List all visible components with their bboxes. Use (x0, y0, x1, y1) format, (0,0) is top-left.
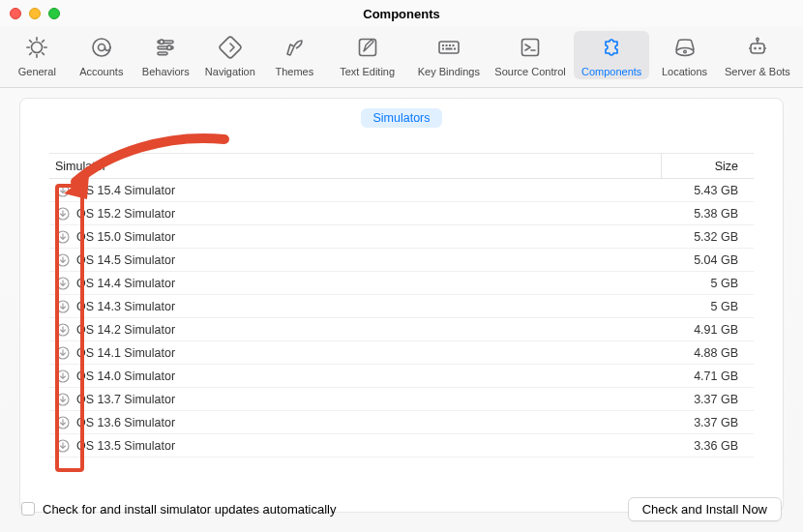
toolbar-tab-label: Key Bindings (418, 66, 480, 77)
text-editing-icon (355, 35, 380, 63)
auto-update-checkbox[interactable] (21, 502, 35, 516)
toolbar-tab-behaviors[interactable]: Behaviors (136, 31, 195, 79)
toolbar-tab-navigation[interactable]: Navigation (201, 31, 260, 79)
auto-update-label: Check for and install simulator updates … (43, 502, 336, 517)
auto-update-checkbox-wrap[interactable]: Check for and install simulator updates … (21, 502, 336, 517)
column-header-size[interactable]: Size (661, 154, 754, 178)
simulator-size: 3.36 GB (661, 439, 754, 453)
locations-icon (672, 35, 698, 63)
simulator-size: 4.91 GB (661, 323, 754, 337)
navigation-icon (218, 35, 243, 63)
check-and-install-button[interactable]: Check and Install Now (628, 497, 782, 521)
simulator-name: OS 14.0 Simulator (76, 369, 661, 383)
download-icon[interactable] (49, 184, 76, 197)
toolbar-tab-accounts[interactable]: Accounts (73, 31, 132, 79)
download-icon[interactable] (49, 277, 76, 290)
download-icon[interactable] (49, 369, 76, 383)
toolbar-tab-source-control[interactable]: Source Control (492, 31, 568, 79)
general-icon (24, 35, 49, 63)
download-icon[interactable] (49, 416, 76, 429)
simulator-size: 5 GB (661, 300, 754, 313)
simulator-size: 5.38 GB (661, 207, 754, 221)
simulator-size: 5.04 GB (661, 253, 754, 267)
behaviors-icon (153, 35, 178, 63)
download-icon[interactable] (49, 393, 76, 406)
simulator-size: 5 GB (661, 277, 754, 290)
table-row[interactable]: OS 13.5 Simulator3.36 GB (49, 434, 754, 458)
toolbar-tab-label: Server & Bots (725, 66, 790, 77)
simulator-size: 3.37 GB (661, 393, 754, 406)
simulators-table: Simulator Size OS 15.4 Simulator5.43 GBO… (49, 153, 754, 512)
simulator-name: OS 13.7 Simulator (76, 393, 661, 406)
simulator-name: OS 15.4 Simulator (76, 184, 661, 197)
simulator-name: OS 14.5 Simulator (76, 253, 661, 267)
key-bindings-icon (436, 35, 461, 63)
server-bots-icon (745, 35, 770, 63)
download-icon[interactable] (49, 207, 76, 221)
simulator-size: 4.71 GB (661, 369, 754, 383)
simulator-size: 5.32 GB (661, 230, 754, 244)
traffic-lights (10, 8, 60, 19)
download-icon[interactable] (49, 300, 76, 313)
minimize-window-button[interactable] (29, 8, 41, 19)
toolbar-tab-components[interactable]: Components (574, 31, 649, 79)
simulator-name: OS 14.4 Simulator (76, 277, 661, 290)
toolbar-tab-themes[interactable]: Themes (265, 31, 324, 79)
window-title: Components (363, 7, 439, 21)
download-icon[interactable] (49, 253, 76, 267)
components-icon (599, 35, 624, 63)
simulator-name: OS 13.6 Simulator (76, 416, 661, 429)
toolbar-tab-label: Navigation (205, 66, 255, 77)
toolbar-tab-label: Source Control (494, 66, 565, 77)
table-row[interactable]: OS 13.6 Simulator3.37 GB (49, 411, 754, 434)
toolbar-tab-general[interactable]: General (8, 31, 67, 79)
toolbar-tab-server-bots[interactable]: Server & Bots (720, 31, 795, 79)
toolbar-tab-label: Themes (275, 66, 313, 77)
toolbar-tab-label: Behaviors (142, 66, 190, 77)
simulator-size: 4.88 GB (661, 346, 754, 360)
close-window-button[interactable] (10, 8, 21, 19)
toolbar-tab-label: Locations (662, 66, 707, 77)
download-icon[interactable] (49, 346, 76, 360)
maximize-window-button[interactable] (48, 8, 60, 19)
table-header: Simulator Size (49, 154, 754, 179)
toolbar-tab-locations[interactable]: Locations (655, 31, 714, 79)
download-icon[interactable] (49, 439, 76, 453)
table-body[interactable]: OS 15.4 Simulator5.43 GBOS 15.2 Simulato… (49, 179, 754, 512)
simulator-name: OS 14.2 Simulator (76, 323, 661, 337)
simulator-size: 5.43 GB (661, 184, 754, 197)
download-icon[interactable] (49, 323, 76, 337)
simulator-size: 3.37 GB (661, 416, 754, 429)
source-control-icon (518, 35, 543, 63)
table-row[interactable]: OS 14.2 Simulator4.91 GB (49, 318, 754, 341)
accounts-icon (89, 35, 114, 63)
segmented-control-row: Simulators (20, 99, 783, 135)
column-header-simulator[interactable]: Simulator (49, 160, 661, 173)
toolbar-tab-text-editing[interactable]: Text Editing (330, 31, 405, 79)
toolbar-tab-label: Components (581, 66, 641, 77)
table-row[interactable]: OS 14.3 Simulator5 GB (49, 295, 754, 318)
table-row[interactable]: OS 14.4 Simulator5 GB (49, 272, 754, 295)
themes-icon (282, 35, 307, 63)
segmented-simulators-button[interactable]: Simulators (361, 108, 441, 128)
titlebar: Components (0, 0, 803, 27)
download-icon[interactable] (49, 230, 76, 244)
simulator-name: OS 14.3 Simulator (76, 300, 661, 313)
simulator-name: OS 14.1 Simulator (76, 346, 661, 360)
table-row[interactable]: OS 15.0 Simulator5.32 GB (49, 225, 754, 249)
simulator-name: OS 13.5 Simulator (76, 439, 661, 453)
toolbar-tab-key-bindings[interactable]: Key Bindings (411, 31, 487, 79)
toolbar-tab-label: General (18, 66, 56, 77)
table-row[interactable]: OS 14.5 Simulator5.04 GB (49, 249, 754, 272)
table-row[interactable]: OS 15.4 Simulator5.43 GB (49, 179, 754, 202)
toolbar-tab-label: Text Editing (340, 66, 395, 77)
table-row[interactable]: OS 14.0 Simulator4.71 GB (49, 365, 754, 388)
simulator-name: OS 15.2 Simulator (76, 207, 661, 221)
preferences-window: Components GeneralAccountsBehaviorsNavig… (0, 0, 803, 532)
table-row[interactable]: OS 15.2 Simulator5.38 GB (49, 202, 754, 225)
table-row[interactable]: OS 14.1 Simulator4.88 GB (49, 341, 754, 365)
simulator-name: OS 15.0 Simulator (76, 230, 661, 244)
footer-bar: Check for and install simulator updates … (0, 489, 803, 528)
table-row[interactable]: OS 13.7 Simulator3.37 GB (49, 388, 754, 411)
toolbar-tab-label: Accounts (79, 66, 123, 77)
